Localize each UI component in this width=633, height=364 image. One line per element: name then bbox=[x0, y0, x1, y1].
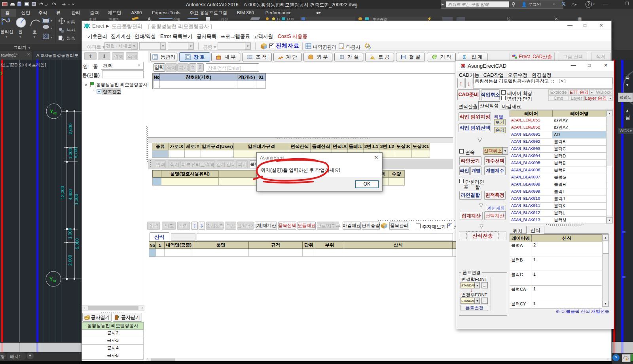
svg-text:▾: ▾ bbox=[34, 35, 35, 39]
svg-text:▾: ▾ bbox=[19, 35, 21, 39]
svg-text:▾: ▾ bbox=[6, 35, 7, 39]
svg-text:호: 호 bbox=[32, 29, 37, 34]
svg-text:▾: ▾ bbox=[51, 36, 52, 39]
svg-text:원: 원 bbox=[18, 29, 23, 34]
svg-text:▾: ▾ bbox=[51, 27, 52, 30]
svg-text:복사: 복사 bbox=[66, 28, 75, 32]
svg-text:Y02: Y02 bbox=[50, 108, 57, 115]
svg-text:신축: 신축 bbox=[66, 36, 75, 40]
svg-text:이동: 이동 bbox=[66, 20, 75, 25]
svg-text:Y01: Y01 bbox=[49, 276, 57, 283]
svg-text:▾: ▾ bbox=[51, 19, 52, 23]
svg-text:CAD: CAD bbox=[461, 66, 465, 68]
svg-text:폴리선: 폴리선 bbox=[0, 29, 13, 34]
